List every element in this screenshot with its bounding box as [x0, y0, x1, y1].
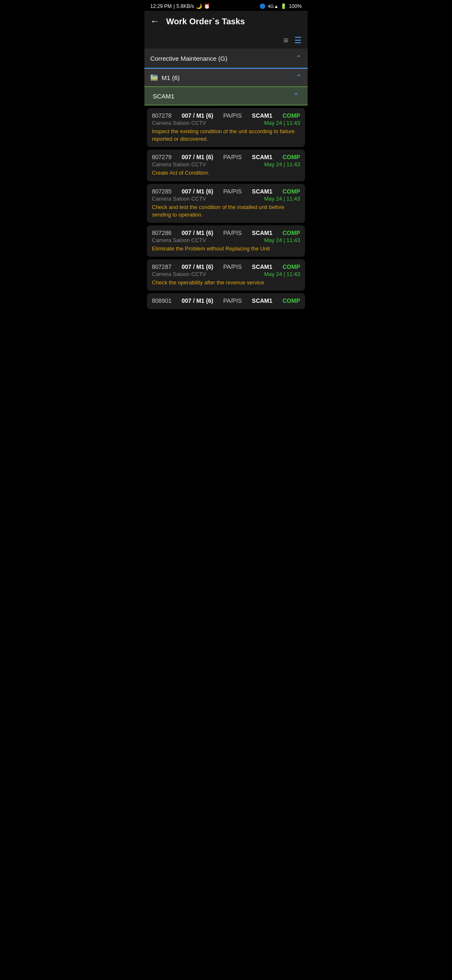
train-icon: 🚞	[150, 74, 158, 81]
task-card-subheader: Camera Saloon CCTVMay 24 | 11:43	[152, 161, 300, 168]
task-card-header: 807279007 / M1 (6)PA/PISSCAM1COMP	[152, 154, 300, 160]
task-location: SCAM1	[252, 188, 272, 195]
status-left: 12:29 PM | 5.8KB/s 🌙 ⏰	[150, 3, 210, 9]
task-status: COMP	[282, 112, 300, 119]
task-date: May 24 | 11:43	[264, 271, 300, 277]
task-location: SCAM1	[252, 154, 272, 160]
battery-percent: 100%	[289, 3, 302, 9]
menu-view-icon[interactable]: ☰	[294, 35, 302, 45]
task-category: Camera Saloon CCTV	[152, 196, 206, 202]
task-description: Inspect the existing condition of the un…	[152, 128, 300, 143]
task-card-subheader: Camera Saloon CCTVMay 24 | 11:43	[152, 120, 300, 126]
task-route: 007 / M1 (6)	[182, 188, 213, 195]
task-status: COMP	[282, 154, 300, 160]
back-button[interactable]: ←	[150, 16, 159, 27]
task-type: PA/PIS	[223, 112, 242, 119]
task-card[interactable]: 807285007 / M1 (6)PA/PISSCAM1COMPCamera …	[147, 184, 305, 223]
task-route: 007 / M1 (6)	[182, 154, 213, 160]
task-status: COMP	[282, 263, 300, 270]
task-card-header: 807287007 / M1 (6)PA/PISSCAM1COMP	[152, 263, 300, 270]
battery-icon: 🔋	[280, 3, 287, 9]
status-bar: 12:29 PM | 5.8KB/s 🌙 ⏰ 🔵 4G▲ 🔋 100%	[144, 0, 308, 11]
task-card-subheader: Camera Saloon CCTVMay 24 | 11:43	[152, 271, 300, 277]
task-card[interactable]: 808901007 / M1 (6)PA/PISSCAM1COMP	[147, 293, 305, 309]
task-type: PA/PIS	[223, 297, 242, 304]
signal-icon: 4G▲	[268, 4, 279, 9]
separator: |	[173, 3, 175, 9]
task-type: PA/PIS	[223, 154, 242, 160]
task-card-header: 807286007 / M1 (6)PA/PISSCAM1COMP	[152, 230, 300, 236]
network-speed: 5.8KB/s	[177, 3, 194, 9]
task-route: 007 / M1 (6)	[182, 230, 213, 236]
task-location: SCAM1	[252, 230, 272, 236]
task-card[interactable]: 807286007 / M1 (6)PA/PISSCAM1COMPCamera …	[147, 225, 305, 257]
task-type: PA/PIS	[223, 263, 242, 270]
m1-subsection[interactable]: 🚞 M1 (6) ⌃	[144, 69, 308, 87]
task-category: Camera Saloon CCTV	[152, 271, 206, 277]
subsub-section-label: SCAM1	[153, 93, 175, 100]
task-id: 807279	[152, 154, 172, 160]
task-location: SCAM1	[252, 112, 272, 119]
corrective-maintenance-section[interactable]: Corrective Maintenance (G) ⌃	[144, 49, 308, 69]
tasks-container: 807278007 / M1 (6)PA/PISSCAM1COMPCamera …	[144, 108, 308, 309]
task-id: 807278	[152, 112, 172, 119]
section-chevron: ⌃	[295, 54, 302, 63]
time: 12:29 PM	[150, 3, 172, 9]
sleep-icon: 🌙	[196, 3, 202, 9]
bluetooth-icon: 🔵	[259, 3, 266, 9]
task-card-header: 808901007 / M1 (6)PA/PISSCAM1COMP	[152, 297, 300, 304]
task-date: May 24 | 11:43	[264, 237, 300, 243]
task-route: 007 / M1 (6)	[182, 297, 213, 304]
task-card-header: 807285007 / M1 (6)PA/PISSCAM1COMP	[152, 188, 300, 195]
task-route: 007 / M1 (6)	[182, 112, 213, 119]
task-card-header: 807278007 / M1 (6)PA/PISSCAM1COMP	[152, 112, 300, 119]
task-type: PA/PIS	[223, 188, 242, 195]
view-toggle-bar: ≡ ☰	[144, 32, 308, 49]
task-date: May 24 | 11:43	[264, 120, 300, 126]
task-id: 807286	[152, 230, 172, 236]
alarm-icon: ⏰	[204, 3, 210, 9]
task-card[interactable]: 807279007 / M1 (6)PA/PISSCAM1COMPCamera …	[147, 150, 305, 181]
task-description: Create Act of Condition.	[152, 169, 300, 177]
task-category: Camera Saloon CCTV	[152, 161, 206, 168]
task-card[interactable]: 807287007 / M1 (6)PA/PISSCAM1COMPCamera …	[147, 259, 305, 291]
task-id: 808901	[152, 297, 172, 304]
scam1-subsection[interactable]: SCAM1 ⌃	[144, 87, 308, 106]
task-card-subheader: Camera Saloon CCTVMay 24 | 11:43	[152, 196, 300, 202]
task-card[interactable]: 807278007 / M1 (6)PA/PISSCAM1COMPCamera …	[147, 108, 305, 147]
sub-section-label: 🚞 M1 (6)	[150, 74, 180, 81]
task-location: SCAM1	[252, 263, 272, 270]
page-title: Work Order`s Tasks	[166, 17, 245, 26]
section-label: Corrective Maintenance (G)	[150, 55, 227, 62]
task-id: 807287	[152, 263, 172, 270]
task-id: 807285	[152, 188, 172, 195]
task-description: Check and test the condition of the inst…	[152, 204, 300, 219]
sub-section-chevron: ⌃	[295, 73, 302, 82]
task-description: Check the operability after the revenue …	[152, 279, 300, 286]
task-category: Camera Saloon CCTV	[152, 237, 206, 243]
task-status: COMP	[282, 188, 300, 195]
task-status: COMP	[282, 297, 300, 304]
task-description: Eliminate the Problem without Replacing …	[152, 245, 300, 253]
top-bar: ← Work Order`s Tasks	[144, 11, 308, 32]
task-date: May 24 | 11:43	[264, 196, 300, 202]
task-date: May 24 | 11:43	[264, 161, 300, 168]
status-right: 🔵 4G▲ 🔋 100%	[259, 3, 302, 9]
task-status: COMP	[282, 230, 300, 236]
subsub-section-chevron: ⌃	[293, 91, 299, 101]
task-route: 007 / M1 (6)	[182, 263, 213, 270]
task-location: SCAM1	[252, 297, 272, 304]
task-card-subheader: Camera Saloon CCTVMay 24 | 11:43	[152, 237, 300, 243]
task-category: Camera Saloon CCTV	[152, 120, 206, 126]
task-type: PA/PIS	[223, 230, 242, 236]
list-view-icon[interactable]: ≡	[283, 36, 288, 45]
